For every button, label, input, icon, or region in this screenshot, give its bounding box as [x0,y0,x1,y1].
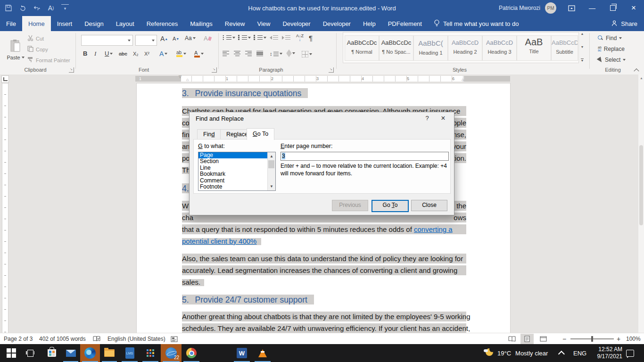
right-indent-marker[interactable]: ⌂ [462,77,464,82]
vertical-scrollbar[interactable]: ▲ [638,74,644,333]
tab-help[interactable]: Help [357,16,382,31]
language-button[interactable]: ENG [573,344,586,362]
collapse-ribbon-icon[interactable] [635,68,639,73]
numbering-button[interactable] [238,35,251,40]
align-left-button[interactable] [223,51,229,56]
tab-home[interactable]: Home [22,16,51,31]
listbox-scrollbar[interactable]: ▲▼ [267,152,275,190]
tab-mailings[interactable]: Mailings [184,16,219,31]
style-heading-3[interactable]: AaBbCcDHeading 3 [482,35,517,61]
page-indicator[interactable]: Page 2 of 3 [4,333,33,345]
share-button[interactable]: Share [611,16,637,31]
zoom-in-button[interactable]: + [617,333,620,345]
zoom-slider[interactable] [570,333,614,345]
paragraph-dialog-launcher[interactable]: ↘ [329,67,334,73]
format-painter-button[interactable]: Format Painter [27,57,70,64]
tab-view[interactable]: View [251,16,276,31]
vertical-ruler[interactable] [2,83,8,334]
font-size-combobox[interactable] [135,35,157,46]
paste-button[interactable]: Paste [5,33,26,66]
style-subtitle[interactable]: AaBbCcDSubtitle [551,35,578,61]
goto-what-listbox[interactable]: Page Section Line Bookmark Comment Footn… [198,152,276,191]
chrome-browser-icon[interactable] [182,344,201,362]
tab-layout[interactable]: Layout [110,16,140,31]
start-button[interactable] [0,344,23,362]
vlc-app-icon[interactable] [253,344,272,362]
tab-insert[interactable]: Insert [51,16,79,31]
cut-button[interactable]: Cut [27,35,44,42]
weather-widget[interactable]: 19°C Mostly clear [484,344,548,362]
bullets-button[interactable] [223,35,235,40]
underline-button[interactable]: U [105,50,113,57]
font-name-combobox[interactable] [81,35,133,46]
dialog-help-button[interactable]: ? [421,114,433,123]
zoom-level[interactable]: 100% [626,333,641,345]
style-heading-1[interactable]: AaBbC(Heading 1 [413,35,448,61]
tab-developer-1[interactable]: Developer [276,16,316,31]
ribbon-display-options-icon[interactable] [561,0,582,16]
select-button[interactable]: Select [598,57,626,63]
style-title[interactable]: AaBTitle [517,35,551,61]
scroll-up-icon[interactable]: ▲ [270,154,273,158]
word-count[interactable]: 402 of 1005 words [39,333,86,345]
sort-button[interactable]: A↓Z↓ [296,34,304,41]
close-button[interactable]: × [623,0,644,16]
styles-scroll-up-icon[interactable]: ▲ [581,32,584,35]
app-grid-icon[interactable] [140,344,160,362]
goto-button[interactable]: Go To [372,200,409,212]
avatar[interactable]: PM [545,2,556,14]
multilevel-list-button[interactable] [254,35,266,40]
scrollbar-thumb[interactable] [639,145,643,225]
proofing-icon[interactable] [93,333,101,345]
tell-me-box[interactable]: Tell me what you want to do [428,16,524,31]
zoom-slider-thumb[interactable] [591,336,593,342]
language-indicator[interactable]: English (United States) [107,333,165,345]
first-line-indent-marker[interactable]: ▽ [179,74,182,79]
list-item-page[interactable]: Page [198,152,275,158]
increase-indent-button[interactable] [282,35,290,40]
store-app-icon[interactable] [42,344,61,362]
print-layout-button[interactable] [520,333,534,345]
read-mode-button[interactable] [505,333,519,345]
style-heading-2[interactable]: AaBbCcDHeading 2 [448,35,482,61]
styles-more-icon[interactable]: ▼ [581,58,584,62]
font-dialog-launcher[interactable]: ↘ [212,67,217,73]
line-spacing-button[interactable]: ↕ [270,51,282,57]
list-item-line[interactable]: Line [198,165,275,171]
tab-review[interactable]: Review [219,16,251,31]
tab-file[interactable]: File [0,16,22,31]
clock[interactable]: 12:52 AM 9/17/2021 [591,344,622,362]
copy-button[interactable]: Copy [27,46,48,53]
page-number-input[interactable]: 3 [281,152,449,161]
italic-button[interactable]: I [94,50,96,58]
badged-app-icon[interactable]: 22 [161,344,182,362]
strikethrough-button[interactable]: abc [119,51,127,57]
scroll-thumb[interactable] [268,160,274,168]
previous-button[interactable]: Previous [332,200,368,211]
scroll-down-icon[interactable]: ▼ [270,184,273,189]
macro-recording-icon[interactable] [171,333,178,345]
dialog-tab-find[interactable]: Find [197,129,221,140]
task-view-button[interactable] [21,344,40,362]
replace-button[interactable]: abac Replace [598,46,625,52]
mail-app-icon[interactable] [61,344,80,362]
hanging-indent-marker[interactable]: ⌂ [186,77,189,82]
user-name[interactable]: Patricia Mworozi [499,5,540,11]
align-center-button[interactable] [234,51,240,56]
tab-selector[interactable] [1,75,9,83]
decrease-indent-button[interactable] [270,35,278,40]
web-layout-button[interactable] [537,333,550,345]
hyperlink-converting-client[interactable]: converting a [414,225,453,233]
word-app-icon[interactable]: W [232,344,252,362]
list-item-section[interactable]: Section [198,158,275,165]
horizontal-ruler[interactable]: 1 1 2 3 4 5 6 ▽ ⌂ ⌂ [135,76,510,82]
style-no-spacing[interactable]: AaBbCcDc¶ No Spac... [379,35,413,61]
restore-button[interactable] [603,0,623,16]
minimize-button[interactable]: — [582,0,603,16]
shrink-font-button[interactable]: A▼ [173,36,179,41]
dialog-close-icon[interactable]: × [437,114,449,123]
bold-button[interactable]: B [83,50,87,57]
find-button[interactable]: Find [598,35,622,41]
file-explorer-icon[interactable] [100,344,119,362]
show-paragraph-marks-button[interactable]: ¶ [309,34,313,42]
